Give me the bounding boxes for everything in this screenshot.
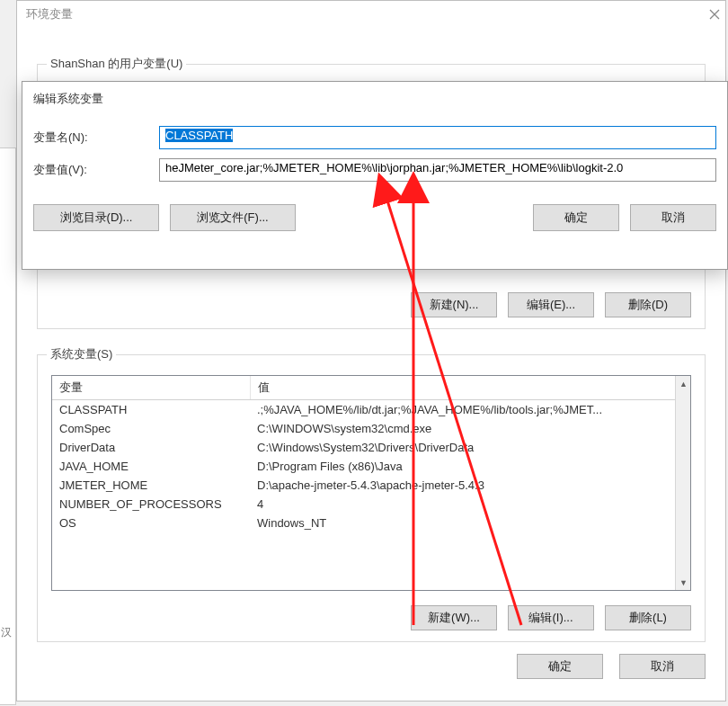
variable-value-label: 变量值(V):	[33, 162, 159, 178]
user-new-button[interactable]: 新建(N)...	[411, 292, 497, 317]
main-cancel-button[interactable]: 取消	[619, 654, 706, 679]
table-row[interactable]: ComSpecC:\WINDOWS\system32\cmd.exe	[52, 419, 690, 438]
variable-value-input[interactable]: heJMeter_core.jar;%JMETER_HOME%\lib\jorp…	[159, 158, 716, 182]
variable-name-label: 变量名(N):	[33, 130, 159, 146]
system-vars-group: 系统变量(S) 变量 值 CLASSPATH.;%JAVA_HOME%/lib/…	[37, 354, 706, 642]
sys-edit-button[interactable]: 编辑(I)...	[508, 605, 594, 630]
col-header-variable[interactable]: 变量	[52, 376, 250, 400]
background-strip: 汉	[0, 147, 16, 705]
edit-ok-button[interactable]: 确定	[533, 204, 619, 231]
window-title: 环境变量	[26, 6, 73, 22]
variable-name-input[interactable]: CLASSPATH	[159, 126, 716, 149]
table-row[interactable]: JMETER_HOMED:\apache-jmeter-5.4.3\apache…	[52, 476, 690, 495]
sys-delete-button[interactable]: 删除(L)	[605, 605, 691, 630]
side-tab: 汉	[0, 625, 14, 645]
table-row[interactable]: CLASSPATH.;%JAVA_HOME%/lib/dt.jar;%JAVA_…	[52, 400, 690, 420]
edit-system-variable-window: 编辑系统变量 变量名(N): CLASSPATH 变量值(V): heJMete…	[22, 81, 728, 270]
system-vars-button-row: 新建(W)... 编辑(I)... 删除(L)	[411, 605, 691, 630]
table-row[interactable]: OSWindows_NT	[52, 514, 690, 532]
browse-dir-button[interactable]: 浏览目录(D)...	[33, 204, 159, 231]
scrollbar[interactable]: ▲ ▼	[675, 376, 690, 590]
col-header-value[interactable]: 值	[250, 376, 690, 400]
main-dialog-buttons: 确定 取消	[517, 654, 706, 679]
table-row[interactable]: NUMBER_OF_PROCESSORS4	[52, 495, 690, 514]
user-vars-group-label: ShanShan 的用户变量(U)	[47, 56, 186, 72]
edit-cancel-button[interactable]: 取消	[630, 204, 716, 231]
table-row[interactable]: DriverDataC:\Windows\System32\Drivers\Dr…	[52, 438, 690, 457]
user-vars-button-row: 新建(N)... 编辑(E)... 删除(D)	[411, 292, 691, 317]
scroll-down-icon[interactable]: ▼	[676, 575, 691, 590]
scroll-up-icon[interactable]: ▲	[676, 376, 691, 391]
close-icon[interactable]	[709, 9, 720, 20]
system-vars-list[interactable]: 变量 值 CLASSPATH.;%JAVA_HOME%/lib/dt.jar;%…	[51, 375, 691, 591]
system-vars-group-label: 系统变量(S)	[47, 346, 116, 362]
variable-name-row: 变量名(N): CLASSPATH	[22, 121, 727, 154]
table-row[interactable]: JAVA_HOMED:\Program Files (x86)\Java	[52, 457, 690, 476]
titlebar: 环境变量	[17, 1, 725, 28]
edit-window-title: 编辑系统变量	[22, 82, 727, 121]
user-delete-button[interactable]: 删除(D)	[605, 292, 691, 317]
browse-file-button[interactable]: 浏览文件(F)...	[170, 204, 296, 231]
user-edit-button[interactable]: 编辑(E)...	[508, 292, 594, 317]
main-ok-button[interactable]: 确定	[517, 654, 603, 679]
variable-value-row: 变量值(V): heJMeter_core.jar;%JMETER_HOME%\…	[22, 154, 727, 186]
edit-window-buttons: 浏览目录(D)... 浏览文件(F)... 确定 取消	[22, 186, 727, 231]
sys-new-button[interactable]: 新建(W)...	[411, 605, 497, 630]
